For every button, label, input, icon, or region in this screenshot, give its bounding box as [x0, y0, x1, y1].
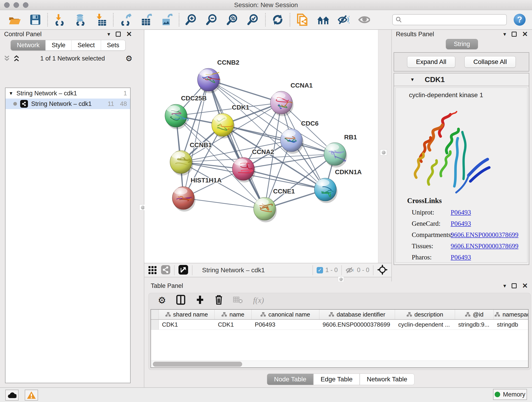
show-columns-icon[interactable] [176, 295, 185, 306]
node-HIST1H1A[interactable]: HIST1H1A [172, 177, 222, 211]
table-horizontal-scrollbar[interactable] [151, 361, 528, 367]
network-canvas[interactable]: CCNB2CCNA1CDC25BCDK1CDC6RB1CCNB1CCNA2CDK… [144, 30, 378, 263]
table-cell[interactable]: stringdb:9... [455, 320, 494, 330]
splitter-handle[interactable] [380, 149, 387, 155]
tab-edge-table[interactable]: Edge Table [313, 374, 360, 385]
edge-HIST1H1A-CCNE1[interactable] [183, 198, 265, 209]
scrollbar-thumb[interactable] [153, 362, 242, 367]
crosslink-link[interactable]: P06493 [451, 209, 471, 216]
network-collection-row[interactable]: ▼ String Network – cdk1 1 [6, 88, 130, 99]
results-panel-close-icon[interactable]: ✕ [522, 31, 528, 38]
tab-network[interactable]: Network [11, 40, 46, 51]
control-panel-float-icon[interactable] [116, 32, 121, 37]
column-header-name[interactable]: name [215, 310, 252, 319]
import-network-file-icon[interactable] [54, 14, 66, 26]
node-CCNB1[interactable]: CCNB1 [170, 141, 212, 176]
zoom-out-icon[interactable] [206, 14, 218, 26]
column-header-@id[interactable]: @id [455, 310, 494, 319]
add-column-icon[interactable] [196, 295, 205, 306]
results-panel-collapse-icon[interactable]: ▾ [503, 32, 506, 37]
crosslink-link[interactable]: 9606.ENSP00000378699 [451, 242, 519, 250]
delete-column-icon[interactable] [215, 294, 223, 306]
crosslink-link[interactable]: P06493 [451, 220, 471, 227]
export-network-icon[interactable] [120, 14, 132, 26]
result-card-header[interactable]: ▼ CDK1 [394, 73, 529, 86]
control-panel-close-icon[interactable]: ✕ [126, 31, 132, 38]
node-table[interactable]: shared namenamecanonical namedatabase id… [151, 309, 529, 368]
table-row[interactable]: CDK1CDK1P064939606.ENSP00000378699cyclin… [151, 320, 528, 330]
node-RB1[interactable]: RB1 [324, 134, 357, 167]
help-button[interactable]: ? [514, 14, 526, 26]
grid-view-icon[interactable] [148, 265, 157, 275]
control-panel-splitter[interactable] [136, 30, 144, 387]
tab-select[interactable]: Select [71, 40, 101, 51]
tab-sets[interactable]: Sets [101, 40, 125, 51]
network-row-selected[interactable]: String Network – cdk1 11 48 [6, 99, 130, 109]
first-neighbors-icon[interactable] [317, 14, 329, 26]
export-image-icon[interactable] [161, 14, 173, 26]
column-header-shared-name[interactable]: shared name [159, 310, 215, 319]
expand-all-networks-icon[interactable] [4, 55, 10, 62]
save-session-icon[interactable] [29, 14, 41, 26]
new-network-from-selection-icon[interactable] [296, 14, 308, 26]
table-panel-close-icon[interactable]: ✕ [522, 282, 528, 289]
zoom-fit-icon[interactable] [227, 14, 239, 26]
import-network-database-icon[interactable] [75, 14, 86, 26]
column-header-database-identifier[interactable]: database identifier [319, 310, 395, 319]
table-options-gear-icon[interactable]: ⚙ [158, 295, 166, 306]
tab-style[interactable]: Style [46, 40, 71, 51]
show-all-icon[interactable] [358, 14, 370, 26]
table-cell[interactable]: cyclin-dependent ... [395, 320, 455, 330]
collapse-all-networks-icon[interactable] [13, 55, 20, 62]
expand-all-button[interactable]: Expand All [407, 56, 455, 68]
results-panel-float-icon[interactable] [512, 32, 517, 37]
column-header-description[interactable]: description [395, 310, 455, 319]
crosslink-link[interactable]: P06493 [451, 254, 471, 261]
table-panel-collapse-icon[interactable]: ▾ [503, 283, 506, 288]
open-session-icon[interactable] [9, 14, 21, 26]
table-cell[interactable]: CDK1 [159, 320, 215, 330]
column-header-namespace[interactable]: namespace [494, 310, 529, 319]
import-table-file-icon[interactable] [95, 14, 107, 26]
table-cell[interactable]: CDK1 [215, 320, 252, 330]
table-cell[interactable]: 9606.ENSP00000378699 [319, 320, 395, 330]
splitter-handle[interactable] [338, 276, 344, 282]
zoom-in-icon[interactable] [185, 14, 197, 26]
export-table-icon[interactable] [140, 14, 152, 26]
network-status-dot [13, 102, 17, 106]
node-CCNB2[interactable]: CCNB2 [197, 59, 239, 93]
cloud-status-button[interactable] [5, 390, 19, 401]
search-input[interactable] [404, 16, 500, 23]
toolbar-search-field[interactable] [392, 14, 507, 25]
node-CCNE1[interactable]: CCNE1 [254, 188, 295, 222]
crosslink-link[interactable]: 9606.ENSP00000378699 [451, 231, 519, 239]
network-view-icon[interactable] [161, 265, 171, 275]
hide-selected-icon[interactable] [337, 14, 349, 26]
node-CDKN1A[interactable]: CDKN1A [314, 168, 362, 203]
center-view-icon[interactable] [377, 264, 388, 276]
zoom-selected-icon[interactable] [247, 14, 259, 26]
network-options-gear-icon[interactable]: ⚙ [126, 54, 133, 63]
tab-network-table[interactable]: Network Table [360, 374, 414, 385]
edge-CCNB2-CCNE1[interactable] [209, 80, 265, 209]
results-panel-splitter[interactable] [378, 30, 391, 263]
tab-string[interactable]: String [446, 39, 478, 49]
table-panel-float-icon[interactable] [512, 283, 517, 288]
tab-node-table[interactable]: Node Table [267, 374, 313, 385]
column-header-canonical-name[interactable]: canonical name [252, 310, 319, 319]
collection-expand-icon[interactable]: ▼ [9, 91, 13, 96]
table-panel-splitter[interactable] [144, 277, 391, 281]
node-CCNA1[interactable]: CCNA1 [270, 82, 312, 116]
table-cell[interactable]: stringdb [494, 320, 529, 330]
edge-CDK1-RB1[interactable] [223, 125, 335, 154]
memory-button[interactable]: Memory [493, 389, 527, 400]
table-cell[interactable]: P06493 [252, 320, 319, 330]
control-panel-collapse-icon[interactable]: ▾ [108, 32, 110, 37]
result-expand-icon[interactable]: ▼ [410, 77, 415, 82]
refresh-icon[interactable] [272, 14, 284, 26]
selected-checkbox-icon[interactable]: ✓ [317, 267, 323, 274]
birdseye-view-icon[interactable] [178, 265, 188, 276]
collapse-all-button[interactable]: Collapse All [464, 56, 516, 68]
warning-status-button[interactable] [25, 390, 38, 401]
node-CDC25B[interactable]: CDC25B [165, 95, 207, 129]
